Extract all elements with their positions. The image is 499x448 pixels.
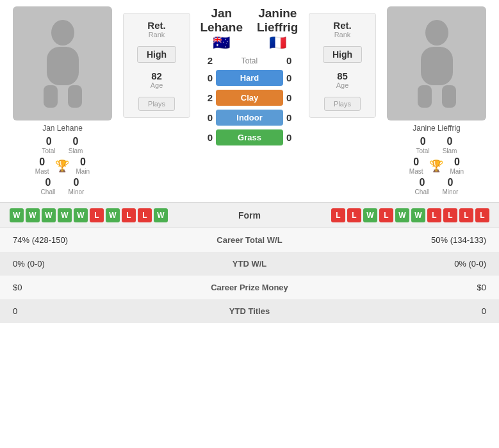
right-total-label: Total	[416, 147, 430, 154]
table-left-value: $0	[0, 276, 160, 299]
svg-rect-2	[44, 85, 58, 108]
total-left-value: 2	[193, 55, 213, 66]
right-slam-stat: 0 Slam	[443, 136, 457, 154]
svg-rect-6	[418, 85, 432, 108]
left-total-value: 0	[46, 136, 52, 147]
form-badge-left: L	[90, 208, 104, 222]
left-mast-stat: 0 Mast	[35, 156, 49, 175]
right-mast-value: 0	[413, 156, 419, 168]
right-minor-value: 0	[447, 177, 453, 188]
right-mast-stat: 0 Mast	[409, 156, 423, 175]
hard-left-value: 0	[193, 72, 213, 83]
table-left-value: 74% (428-150)	[0, 228, 160, 252]
table-row: 0 YTD Titles 0	[0, 299, 499, 323]
left-chall-value: 0	[45, 177, 51, 188]
table-row: 74% (428-150) Career Total W/L 50% (134-…	[0, 228, 499, 252]
left-slam-value: 0	[73, 136, 79, 147]
left-chall-label: Chall	[41, 188, 56, 195]
right-chall-value: 0	[420, 177, 425, 188]
indoor-row: 0 Indoor 0	[193, 110, 306, 126]
form-section: WWWWWLWLLW Form LLWLWWLLLL	[0, 202, 499, 228]
table-left-value: 0	[0, 299, 160, 323]
indoor-right-value: 0	[286, 112, 306, 123]
left-mast-label: Mast	[35, 168, 49, 175]
right-slam-value: 0	[447, 136, 453, 147]
form-badge-right: L	[379, 208, 393, 222]
form-badge-left: W	[106, 208, 120, 222]
right-age-item: 85 Age	[336, 71, 349, 89]
form-badge-left: W	[58, 208, 72, 222]
left-player-stats-row3: 0 Chall 0 Minor	[41, 177, 85, 195]
right-rank-value: Ret.	[333, 20, 351, 31]
table-right-value: 0% (0-0)	[339, 252, 499, 276]
clay-row: 2 Clay 0	[193, 90, 306, 106]
right-total-value: 0	[420, 136, 426, 147]
form-badge-right: L	[427, 208, 441, 222]
right-chall-stat: 0 Chall	[415, 177, 430, 195]
indoor-left-value: 0	[193, 112, 213, 123]
left-name-flag: Jan Lehane 🇦🇺	[193, 6, 250, 51]
form-badge-right: L	[331, 208, 345, 222]
form-left-badges: WWWWWLWLLW	[10, 208, 218, 222]
clay-right-value: 0	[286, 92, 306, 103]
total-label: Total	[213, 56, 286, 65]
form-badge-right: L	[443, 208, 457, 222]
left-high-value: High	[147, 49, 167, 60]
form-right-badges: LLWLWWLLLL	[282, 208, 490, 222]
form-badge-left: W	[42, 208, 56, 222]
hard-row: 0 Hard 0	[193, 70, 306, 86]
left-flag: 🇦🇺	[193, 35, 250, 51]
right-age-value: 85	[336, 71, 349, 81]
left-plays-label: Plays	[148, 100, 165, 108]
form-badge-left: L	[122, 208, 136, 222]
right-player-photo	[387, 6, 486, 120]
center-column: Jan Lehane 🇦🇺 Janine Lieffrig 🇫🇷 2 Total…	[190, 6, 309, 147]
grass-row: 0 Grass 0	[193, 129, 306, 145]
right-minor-label: Minor	[442, 188, 458, 195]
hard-right-value: 0	[286, 72, 306, 83]
table-left-value: 0% (0-0)	[0, 252, 160, 276]
left-silhouette	[37, 19, 88, 108]
left-mast-value: 0	[39, 156, 45, 168]
right-total-stat: 0 Total	[416, 136, 430, 154]
left-chall-stat: 0 Chall	[41, 177, 56, 195]
right-player-stats-row2: 0 Mast 🏆 0 Main	[409, 156, 464, 175]
form-badge-right: L	[347, 208, 361, 222]
right-age-label: Age	[336, 81, 349, 89]
right-rank-item: Ret. Rank	[333, 20, 351, 38]
grass-right-value: 0	[286, 132, 306, 143]
left-slam-label: Slam	[69, 147, 83, 154]
right-rank-box: Ret. Rank High 85 Age Plays	[309, 13, 376, 118]
table-row: 0% (0-0) YTD W/L 0% (0-0)	[0, 252, 499, 276]
svg-rect-3	[68, 85, 82, 108]
table-center-label: Career Total W/L	[160, 228, 339, 252]
top-section: Jan Lehane 0 Total 0 Slam 0 Mast 🏆 0	[0, 0, 499, 199]
form-badge-right: L	[475, 208, 489, 222]
names-row: Jan Lehane 🇦🇺 Janine Lieffrig 🇫🇷	[193, 6, 306, 51]
left-player-stats-row1: 0 Total 0 Slam	[42, 136, 83, 154]
left-rank-box: Ret. Rank High 82 Age Plays	[123, 13, 190, 118]
right-player-stats-row1: 0 Total 0 Slam	[416, 136, 457, 154]
left-main-label: Main	[76, 168, 90, 175]
left-main-stat: 0 Main	[76, 156, 90, 175]
right-chall-label: Chall	[415, 188, 430, 195]
left-player-photo	[13, 6, 112, 120]
form-badge-right: W	[411, 208, 425, 222]
form-center-label: Form	[218, 210, 282, 220]
left-age-label: Age	[151, 81, 163, 89]
left-age-item: 82 Age	[151, 71, 163, 89]
right-plays-label: Plays	[334, 100, 351, 108]
right-main-label: Main	[450, 168, 464, 175]
indoor-surface-btn: Indoor	[216, 110, 283, 126]
right-mast-label: Mast	[409, 168, 423, 175]
svg-rect-5	[421, 47, 453, 85]
form-badge-right: W	[395, 208, 409, 222]
left-player-column: Jan Lehane 0 Total 0 Slam 0 Mast 🏆 0	[3, 6, 122, 195]
right-flag: 🇫🇷	[250, 35, 306, 51]
table-right-value: 50% (134-133)	[339, 228, 499, 252]
grass-surface-btn: Grass	[216, 129, 283, 145]
form-badge-left: W	[154, 208, 168, 222]
svg-point-4	[425, 20, 448, 46]
right-silhouette	[411, 19, 462, 108]
left-rank-label: Rank	[147, 31, 165, 38]
